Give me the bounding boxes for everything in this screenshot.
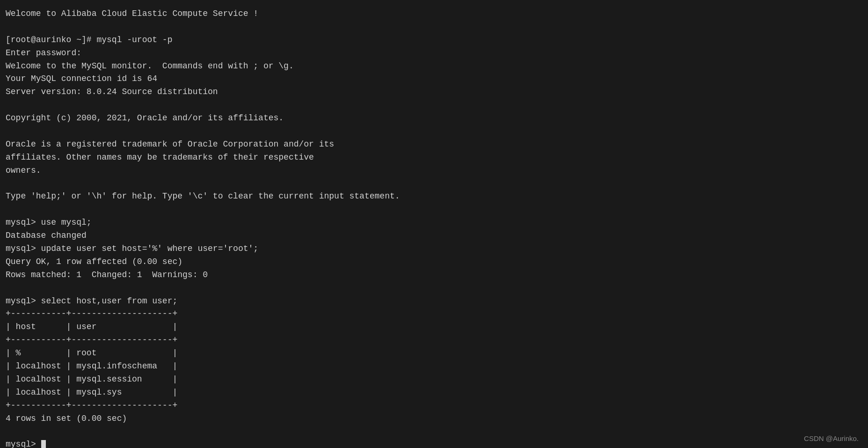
terminal-line: mysql>: [6, 438, 862, 448]
terminal-line: Your MySQL connection id is 64: [6, 73, 862, 86]
terminal-line: Welcome to Alibaba Cloud Elastic Compute…: [6, 7, 862, 21]
terminal-line: mysql> use mysql;: [6, 216, 862, 229]
terminal-line: [6, 21, 862, 34]
terminal-line: [6, 203, 862, 216]
terminal-line: | % | root |: [6, 347, 862, 360]
terminal-line: Server version: 8.0.24 Source distributi…: [6, 86, 862, 99]
terminal-line: Database changed: [6, 229, 862, 242]
terminal-line: [6, 426, 862, 439]
terminal: Welcome to Alibaba Cloud Elastic Compute…: [0, 0, 868, 448]
terminal-line: 4 rows in set (0.00 sec): [6, 412, 862, 426]
terminal-line: mysql> update user set host='%' where us…: [6, 242, 862, 256]
terminal-line: Welcome to the MySQL monitor. Commands e…: [6, 60, 862, 73]
terminal-line: Enter password:: [6, 47, 862, 60]
terminal-line: Type 'help;' or '\h' for help. Type '\c'…: [6, 190, 862, 203]
terminal-line: affiliates. Other names may be trademark…: [6, 151, 862, 164]
terminal-line: | localhost | mysql.sys |: [6, 386, 862, 399]
terminal-line: mysql> select host,user from user;: [6, 295, 862, 308]
terminal-line: | localhost | mysql.infoschema |: [6, 360, 862, 373]
terminal-line: [6, 125, 862, 138]
terminal-line: Rows matched: 1 Changed: 1 Warnings: 0: [6, 269, 862, 282]
terminal-line: | localhost | mysql.session |: [6, 373, 862, 386]
terminal-line: | host | user |: [6, 321, 862, 334]
cursor: [41, 440, 46, 448]
watermark: CSDN @Aurinko.: [804, 434, 859, 442]
terminal-line: [root@aurinko ~]# mysql -uroot -p: [6, 34, 862, 47]
terminal-line: +-----------+--------------------+: [6, 308, 862, 321]
prompt-text: mysql>: [6, 440, 41, 448]
terminal-line: [6, 282, 862, 295]
terminal-line: Copyright (c) 2000, 2021, Oracle and/or …: [6, 112, 862, 125]
terminal-line: owners.: [6, 164, 862, 177]
terminal-line: +-----------+--------------------+: [6, 399, 862, 412]
terminal-line: Oracle is a registered trademark of Orac…: [6, 138, 862, 151]
terminal-line: [6, 99, 862, 112]
terminal-line: +-----------+--------------------+: [6, 334, 862, 347]
terminal-line: [6, 177, 862, 191]
terminal-line: Query OK, 1 row affected (0.00 sec): [6, 256, 862, 269]
terminal-content: Welcome to Alibaba Cloud Elastic Compute…: [6, 7, 862, 448]
